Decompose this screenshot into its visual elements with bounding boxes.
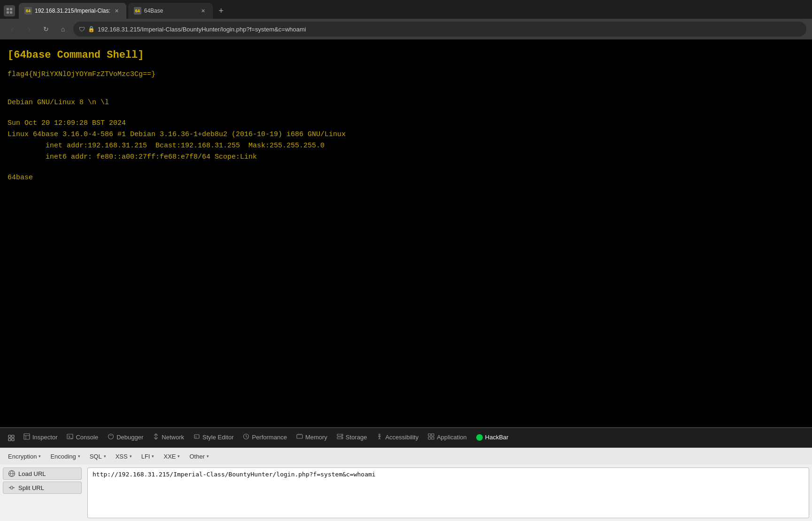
hackbar-buttons: Load URL Split URL xyxy=(0,465,85,521)
devtools-tab-debugger[interactable]: Debugger xyxy=(103,428,148,448)
storage-icon xyxy=(337,433,343,441)
application-label: Application xyxy=(437,434,467,441)
encryption-menu[interactable]: Encryption ▾ xyxy=(4,451,45,462)
svg-rect-1 xyxy=(10,8,12,10)
console-icon xyxy=(67,433,73,441)
svg-point-25 xyxy=(341,437,342,438)
encoding-arrow: ▾ xyxy=(78,454,80,459)
application-icon xyxy=(428,433,434,441)
accessibility-icon xyxy=(376,433,383,441)
address-text: 192.168.31.215/Imperial-Class/BountyHunt… xyxy=(98,26,801,33)
back-button[interactable]: ‹ xyxy=(6,23,19,36)
hackbar-url-input[interactable] xyxy=(87,467,809,518)
devtools-tabs: Inspector Console Debugger Network {} St… xyxy=(0,428,812,448)
xss-arrow: ▾ xyxy=(130,454,132,459)
svg-rect-31 xyxy=(428,434,431,436)
encoding-menu[interactable]: Encoding ▾ xyxy=(46,451,84,462)
shell-line-hostname: 64base xyxy=(8,172,804,184)
hackbar-dot-icon xyxy=(476,434,483,441)
xxe-arrow: ▾ xyxy=(178,454,180,459)
console-label: Console xyxy=(76,434,98,441)
svg-rect-2 xyxy=(7,11,9,14)
inspector-icon xyxy=(23,433,30,441)
style-editor-icon: {} xyxy=(193,433,200,441)
other-menu[interactable]: Other ▾ xyxy=(185,451,213,462)
performance-label: Performance xyxy=(252,434,286,441)
address-bar[interactable]: 🛡 🔒 192.168.31.215/Imperial-Class/Bounty… xyxy=(73,22,806,37)
new-tab-button[interactable]: + xyxy=(215,4,228,17)
lfi-menu[interactable]: LFI ▾ xyxy=(137,451,159,462)
nav-bar: ‹ › ↻ ⌂ 🛡 🔒 192.168.31.215/Imperial-Clas… xyxy=(0,19,812,39)
svg-point-24 xyxy=(341,435,342,436)
tab-2-favicon: 64 xyxy=(134,7,141,15)
devtools-tab-performance[interactable]: Performance xyxy=(238,428,291,448)
devtools-menu-icon[interactable] xyxy=(4,430,19,445)
browser-chrome: 64 192.168.31.215/Imperial-Clas: ✕ 64 64… xyxy=(0,0,812,39)
devtools-tab-memory[interactable]: Memory xyxy=(292,428,332,448)
forward-button[interactable]: › xyxy=(23,23,36,36)
devtools-tab-application[interactable]: Application xyxy=(423,428,472,448)
tab-group-icon[interactable] xyxy=(4,5,15,16)
other-label: Other xyxy=(189,453,205,460)
tab-bar: 64 192.168.31.215/Imperial-Clas: ✕ 64 64… xyxy=(0,0,812,19)
svg-point-26 xyxy=(379,434,380,436)
devtools-tab-style-editor[interactable]: {} Style Editor xyxy=(189,428,238,448)
lfi-arrow: ▾ xyxy=(152,454,154,459)
sql-menu[interactable]: SQL ▾ xyxy=(85,451,110,462)
shell-output: [64base Command Shell] flag4{NjRiYXNlOjY… xyxy=(8,47,804,184)
svg-rect-34 xyxy=(432,437,434,439)
hackbar-label: HackBar xyxy=(485,434,509,441)
split-url-icon xyxy=(8,484,15,491)
tab-1-close[interactable]: ✕ xyxy=(113,7,121,15)
home-button[interactable]: ⌂ xyxy=(56,23,70,36)
load-url-label: Load URL xyxy=(18,470,46,477)
shell-line-kernel: Linux 64base 3.16.0-4-586 #1 Debian 3.16… xyxy=(8,129,804,140)
reload-button[interactable]: ↻ xyxy=(39,23,53,36)
xss-menu[interactable]: XSS ▾ xyxy=(111,451,136,462)
svg-rect-37 xyxy=(11,486,13,489)
svg-rect-33 xyxy=(428,437,431,439)
other-arrow: ▾ xyxy=(207,454,209,459)
shell-line-inet: inet addr:192.168.31.215 Bcast:192.168.3… xyxy=(8,140,804,152)
svg-rect-4 xyxy=(8,435,11,437)
split-url-label: Split URL xyxy=(18,484,44,491)
devtools-tab-hackbar[interactable]: HackBar xyxy=(472,428,513,448)
tab-1-favicon: 64 xyxy=(24,7,32,15)
svg-rect-5 xyxy=(12,435,14,437)
xxe-label: XXE xyxy=(163,453,176,460)
sql-label: SQL xyxy=(90,453,102,460)
tab-2[interactable]: 64 64Base ✕ xyxy=(128,3,213,19)
xxe-menu[interactable]: XXE ▾ xyxy=(159,451,184,462)
lfi-label: LFI xyxy=(141,453,150,460)
tab-1[interactable]: 64 192.168.31.215/Imperial-Clas: ✕ xyxy=(19,3,126,19)
svg-rect-18 xyxy=(297,435,302,438)
performance-icon xyxy=(243,433,249,441)
devtools-tab-network[interactable]: Network xyxy=(148,428,189,448)
svg-point-13 xyxy=(108,434,114,439)
sql-arrow: ▾ xyxy=(104,454,106,459)
tab-1-title: 192.168.31.215/Imperial-Clas: xyxy=(35,8,110,14)
load-url-icon xyxy=(8,470,15,477)
devtools-tab-accessibility[interactable]: Accessibility xyxy=(371,428,423,448)
split-url-button[interactable]: Split URL xyxy=(3,482,82,494)
svg-rect-32 xyxy=(432,434,434,436)
devtools-tab-storage[interactable]: Storage xyxy=(332,428,372,448)
hackbar-row: Load URL Split URL xyxy=(0,465,812,521)
devtools-tab-console[interactable]: Console xyxy=(62,428,103,448)
debugger-label: Debugger xyxy=(116,434,143,441)
shell-line-debian: Debian GNU/Linux 8 \n \l xyxy=(8,97,804,108)
xss-label: XSS xyxy=(116,453,128,460)
svg-rect-3 xyxy=(10,11,12,14)
memory-label: Memory xyxy=(305,434,327,441)
encryption-arrow: ▾ xyxy=(39,454,41,459)
tab-2-close[interactable]: ✕ xyxy=(200,7,207,15)
svg-rect-0 xyxy=(7,8,9,10)
devtools-tab-inspector[interactable]: Inspector xyxy=(19,428,62,448)
load-url-button[interactable]: Load URL xyxy=(3,467,82,480)
hackbar-content: Load URL Split URL xyxy=(0,465,812,521)
accessibility-label: Accessibility xyxy=(385,434,418,441)
encoding-label: Encoding xyxy=(50,453,76,460)
svg-rect-7 xyxy=(12,438,14,441)
shield-icon: 🛡 xyxy=(79,26,85,33)
lock-icon: 🔒 xyxy=(88,26,95,32)
